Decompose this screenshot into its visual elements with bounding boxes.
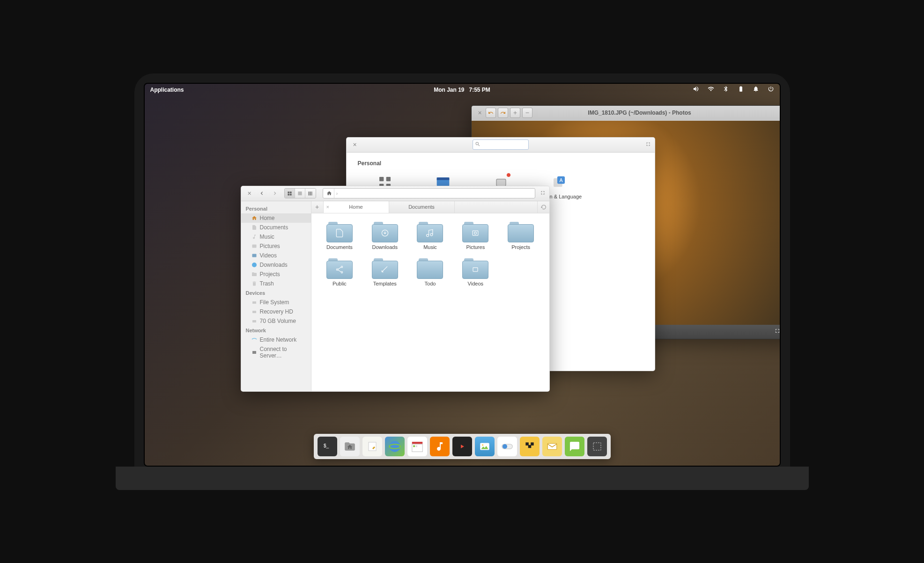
volume-icon[interactable] — [693, 86, 699, 94]
wifi-icon[interactable] — [708, 86, 714, 94]
dock-editor[interactable] — [362, 437, 382, 456]
folder-templates[interactable]: Templates — [363, 256, 407, 288]
sidebar-item-documents[interactable]: Documents — [241, 223, 311, 232]
drive-icon — [251, 318, 257, 324]
folder-videos[interactable]: Videos — [454, 256, 497, 288]
dock-browser[interactable] — [385, 437, 405, 456]
svg-rect-46 — [412, 444, 422, 452]
sidebar-item-trash[interactable]: Trash — [241, 279, 311, 288]
sidebar-item-recovery[interactable]: Recovery HD — [241, 307, 311, 316]
list-view-icon[interactable] — [295, 189, 305, 198]
photos-titlebar[interactable]: × IMG_1810.JPG (~/Downloads) - Photos — [472, 106, 781, 121]
folder-documents[interactable]: Documents — [318, 220, 362, 252]
view-toggle — [284, 188, 316, 198]
laptop-frame: Applications Mon Jan 19 7:55 PM × — [134, 73, 790, 490]
dock-files[interactable] — [340, 437, 360, 456]
svg-rect-45 — [412, 442, 422, 444]
svg-point-38 — [336, 269, 338, 270]
new-tab-button[interactable]: + — [311, 201, 324, 213]
dock: $_ — [314, 434, 611, 459]
history-icon[interactable] — [537, 201, 549, 213]
files-window: × › Personal Home Documents — [241, 186, 550, 392]
zoom-in-icon[interactable] — [510, 108, 520, 118]
settings-search[interactable] — [473, 139, 529, 150]
settings-titlebar[interactable]: × System Settings — [347, 138, 655, 153]
search-icon — [475, 141, 480, 147]
sidebar-item-filesystem[interactable]: File System — [241, 298, 311, 307]
folder-grid: Documents Downloads Music Pictures Proje… — [311, 213, 549, 391]
close-tab-icon[interactable]: × — [326, 204, 329, 210]
dock-screenshot[interactable] — [587, 437, 607, 456]
svg-rect-30 — [252, 301, 256, 304]
zoom-out-icon[interactable] — [522, 108, 532, 118]
folder-downloads[interactable]: Downloads — [363, 220, 407, 252]
sidebar-item-connect[interactable]: Connect to Server… — [241, 344, 311, 360]
svg-rect-58 — [593, 443, 601, 450]
dock-mail[interactable] — [542, 437, 562, 456]
tab-documents[interactable]: Documents — [389, 201, 455, 213]
battery-icon[interactable] — [738, 86, 744, 94]
svg-rect-1 — [386, 177, 390, 181]
home-icon[interactable] — [325, 189, 334, 198]
files-titlebar[interactable]: × › — [241, 186, 549, 201]
tab-home[interactable]: ×Home — [324, 201, 389, 213]
notifications-icon[interactable] — [753, 86, 759, 94]
svg-rect-31 — [252, 311, 256, 313]
svg-rect-28 — [252, 254, 256, 257]
dock-switchboard[interactable] — [497, 437, 517, 456]
server-icon — [251, 350, 257, 355]
svg-rect-47 — [413, 445, 415, 447]
forward-icon[interactable] — [269, 188, 281, 198]
svg-point-51 — [482, 444, 483, 446]
dock-photos[interactable] — [475, 437, 495, 456]
sidebar-item-home[interactable]: Home — [241, 213, 311, 223]
share-icon — [335, 265, 344, 274]
folder-pictures[interactable]: Pictures — [454, 220, 497, 252]
close-icon[interactable]: × — [475, 108, 485, 117]
svg-point-37 — [341, 266, 342, 268]
search-input[interactable] — [473, 139, 529, 150]
sidebar-item-projects[interactable]: Projects — [241, 270, 311, 279]
download-icon — [380, 228, 390, 238]
back-icon[interactable] — [256, 188, 267, 198]
sidebar-item-pictures[interactable]: Pictures — [241, 241, 311, 251]
sidebar-item-downloads[interactable]: Downloads — [241, 260, 311, 270]
icon-view-icon[interactable] — [285, 189, 295, 198]
files-sidebar: Personal Home Documents Music Pictures V… — [241, 201, 311, 391]
applications-menu[interactable]: Applications — [150, 87, 184, 93]
fullscreen-icon[interactable] — [774, 328, 781, 336]
chevron-right-icon: › — [336, 191, 338, 196]
maximize-icon[interactable] — [645, 140, 651, 149]
folder-music[interactable]: Music — [408, 220, 452, 252]
panel-time[interactable]: 7:55 PM — [469, 87, 490, 93]
sidebar-section-devices: Devices — [241, 288, 311, 298]
panel-date[interactable]: Mon Jan 19 — [434, 87, 464, 93]
folder-public[interactable]: Public — [318, 256, 362, 288]
close-icon[interactable]: × — [245, 189, 254, 198]
column-view-icon[interactable] — [305, 189, 316, 198]
dock-calendar[interactable] — [407, 437, 427, 456]
undo-icon[interactable] — [486, 108, 496, 118]
svg-rect-32 — [252, 320, 256, 322]
dock-taxi[interactable] — [520, 437, 540, 456]
dock-music[interactable] — [430, 437, 450, 456]
sidebar-item-network[interactable]: Entire Network — [241, 335, 311, 344]
sidebar-item-music[interactable]: Music — [241, 232, 311, 241]
dock-videos[interactable] — [452, 437, 472, 456]
sidebar-section-personal: Personal — [241, 204, 311, 213]
sidebar-item-volume[interactable]: 70 GB Volume — [241, 316, 311, 326]
sidebar-item-videos[interactable]: Videos — [241, 251, 311, 260]
folder-projects[interactable]: Projects — [499, 220, 543, 252]
bluetooth-icon[interactable] — [723, 86, 729, 94]
maximize-icon[interactable] — [540, 189, 546, 197]
svg-point-29 — [252, 263, 257, 267]
dock-chat[interactable] — [565, 437, 584, 456]
svg-rect-57 — [547, 443, 557, 449]
close-icon[interactable]: × — [350, 140, 360, 149]
dock-terminal[interactable]: $_ — [318, 437, 337, 456]
power-icon[interactable] — [768, 86, 774, 94]
folder-todo[interactable]: Todo — [408, 256, 452, 288]
desktop-screen: Applications Mon Jan 19 7:55 PM × — [144, 83, 781, 467]
redo-icon[interactable] — [498, 108, 508, 118]
path-bar[interactable]: › — [323, 188, 535, 198]
